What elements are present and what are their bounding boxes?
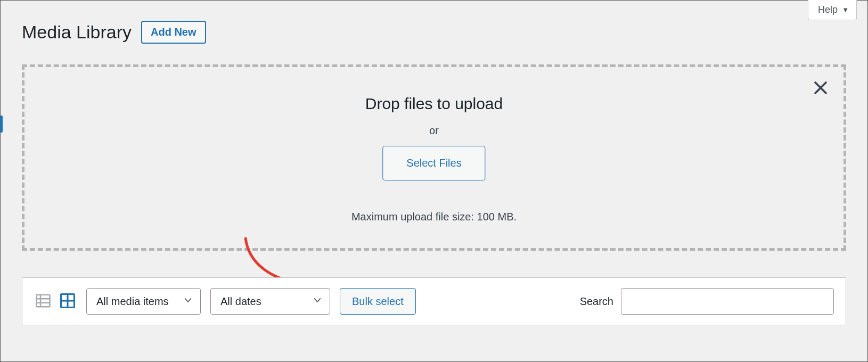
bulk-select-button[interactable]: Bulk select — [340, 288, 416, 315]
list-icon — [35, 293, 51, 310]
max-upload-size-text: Maximum upload file size: 100 MB. — [24, 211, 844, 223]
date-filter[interactable]: All dates — [210, 288, 330, 315]
upload-dropzone[interactable]: Drop files to upload or Select Files Max… — [22, 64, 846, 251]
date-filter-value: All dates — [220, 295, 261, 308]
left-accent-bar — [0, 116, 3, 133]
dropzone-or-text: or — [24, 125, 844, 137]
list-view-button[interactable] — [34, 292, 52, 310]
chevron-down-icon — [313, 295, 322, 308]
svg-rect-0 — [37, 294, 50, 307]
select-files-button[interactable]: Select Files — [382, 146, 485, 180]
dropzone-title: Drop files to upload — [24, 95, 844, 113]
search-input[interactable] — [621, 288, 834, 315]
grid-icon — [60, 293, 76, 310]
search-wrap: Search — [580, 288, 834, 315]
media-toolbar: All media items All dates Bulk select Se… — [22, 277, 846, 325]
grid-view-button[interactable] — [59, 292, 77, 310]
add-new-button[interactable]: Add New — [141, 21, 206, 44]
media-type-filter[interactable]: All media items — [86, 288, 201, 315]
triangle-down-icon: ▼ — [842, 6, 849, 14]
header-row: Media Library Add New — [22, 21, 206, 44]
page-title: Media Library — [22, 22, 132, 43]
media-library-page: Help ▼ Media Library Add New Drop files … — [0, 0, 868, 362]
chevron-down-icon — [183, 295, 193, 308]
view-toggle — [34, 292, 77, 310]
media-type-filter-value: All media items — [96, 295, 169, 308]
help-tab[interactable]: Help ▼ — [808, 0, 857, 20]
help-label: Help — [818, 4, 838, 15]
search-label: Search — [580, 295, 613, 308]
